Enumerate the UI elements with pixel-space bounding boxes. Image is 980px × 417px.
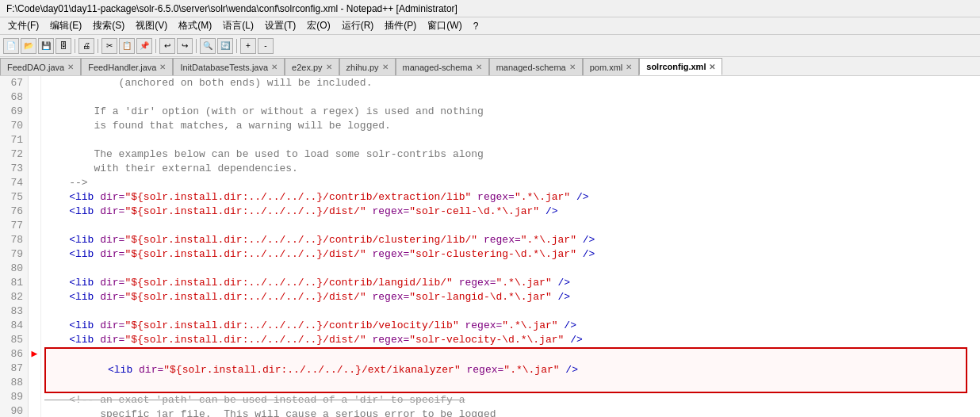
paste-button[interactable]: 📌 (136, 38, 152, 54)
close-solrconfig-icon[interactable]: ✕ (709, 63, 715, 71)
close-managed2-icon[interactable]: ✕ (569, 63, 576, 71)
new-button[interactable]: 📄 (3, 38, 19, 54)
code-text-85d: regex= (366, 333, 410, 347)
close-initdb-icon[interactable]: ✕ (271, 63, 278, 71)
code-text-71 (44, 133, 51, 147)
copy-button[interactable]: 📋 (119, 38, 135, 54)
code-line-77 (44, 219, 977, 233)
menu-window[interactable]: 窗口(W) (423, 18, 466, 33)
code-text-87: <!-- an exact 'path' can be used instead… (44, 393, 465, 407)
arrow-empty-69 (32, 105, 38, 119)
tab-managed-schema-2[interactable]: managed-schema ✕ (489, 58, 583, 75)
code-text-74: --> (44, 176, 88, 190)
code-text-82e: "solr-langid-\d.*\.jar" (409, 290, 551, 304)
line-num-82: 82 (0, 290, 23, 304)
line-num-72: 72 (0, 147, 23, 162)
arrow-empty-77 (32, 219, 38, 233)
close-e2ex-icon[interactable]: ✕ (326, 63, 332, 71)
arrow-empty-79 (32, 247, 38, 262)
save-all-button[interactable]: 🗄 (56, 38, 71, 54)
menu-search[interactable]: 搜索(S) (88, 18, 129, 33)
arrow-column: ▶ (29, 76, 41, 417)
line-num-86: 86 (0, 347, 23, 362)
close-feeddao-icon[interactable]: ✕ (67, 63, 74, 71)
tab-e2ex[interactable]: e2ex.py ✕ (285, 58, 339, 75)
zoom-in-button[interactable]: + (240, 38, 256, 54)
toolbar-sep-5 (236, 39, 237, 53)
tab-pom[interactable]: pom.xml ✕ (583, 58, 640, 75)
menu-language[interactable]: 语言(L) (218, 18, 258, 33)
arrow-86: ▶ (32, 347, 38, 362)
find-button[interactable]: 🔍 (200, 38, 216, 54)
undo-button[interactable]: ↩ (159, 38, 175, 54)
tab-feeddao[interactable]: FeedDAO.java ✕ (0, 58, 81, 75)
close-zhihu-icon[interactable]: ✕ (382, 63, 389, 71)
line-num-90: 90 (0, 404, 23, 417)
code-text-82f: /> (552, 290, 570, 304)
cut-button[interactable]: ✂ (101, 38, 117, 54)
tab-solrconfig[interactable]: solrconfig.xml ✕ (639, 58, 722, 75)
menu-file[interactable]: 文件(F) (3, 18, 44, 33)
print-button[interactable]: 🖨 (78, 38, 94, 54)
line-num-77: 77 (0, 219, 23, 233)
code-text-81b: dir= (100, 276, 124, 290)
title-text: F:\Code\day01\day11-package\solr-6.5.0\s… (6, 3, 457, 14)
code-text-84e: ".*\.jar" (502, 319, 557, 333)
code-line-67: (anchored on both ends) will be included… (44, 76, 977, 90)
code-line-71 (44, 133, 977, 147)
line-num-85: 85 (0, 333, 23, 347)
menu-format[interactable]: 格式(M) (174, 18, 216, 33)
title-bar: F:\Code\day01\day11-package\solr-6.5.0\s… (0, 0, 980, 17)
menu-settings[interactable]: 设置(T) (260, 18, 301, 33)
tab-feedhandler[interactable]: FeedHandler.java ✕ (81, 58, 173, 75)
replace-button[interactable]: 🔄 (217, 38, 233, 54)
code-text-69: If a 'dir' option (with or without a reg… (44, 105, 484, 119)
arrow-empty-90 (32, 404, 38, 417)
code-text-76a: <lib (44, 205, 100, 219)
code-text-75b: dir= (100, 190, 124, 205)
zoom-out-button[interactable]: - (258, 38, 274, 54)
menu-edit[interactable]: 编辑(E) (45, 18, 86, 33)
code-text-78b: dir= (100, 233, 124, 247)
code-text-81e: ".*\.jar" (496, 276, 552, 290)
close-pom-icon[interactable]: ✕ (626, 63, 632, 71)
tab-managed-schema-1[interactable]: managed-schema ✕ (396, 58, 489, 75)
code-text-78c: "${solr.install.dir:../../../..}/contrib… (124, 233, 477, 247)
code-text-85a: <lib (44, 333, 100, 347)
arrow-empty-76 (32, 205, 38, 219)
code-line-69: If a 'dir' option (with or without a reg… (44, 105, 977, 119)
editor: 67 68 69 70 71 72 73 74 75 76 77 78 79 8… (0, 76, 980, 417)
menu-view[interactable]: 视图(V) (131, 18, 172, 33)
menu-macro[interactable]: 宏(O) (302, 18, 335, 33)
toolbar-sep-2 (98, 39, 98, 53)
menu-run[interactable]: 运行(R) (337, 18, 379, 33)
save-button[interactable]: 💾 (38, 38, 54, 54)
open-button[interactable]: 📂 (21, 38, 36, 54)
menu-plugins[interactable]: 插件(P) (380, 18, 421, 33)
arrow-empty-75 (32, 190, 38, 205)
code-line-82: <lib dir="${solr.install.dir:../../../..… (44, 290, 977, 304)
code-text-76c: "${solr.install.dir:../../../..}/dist/" (124, 205, 366, 219)
code-line-84: <lib dir="${solr.install.dir:../../../..… (44, 319, 977, 333)
code-text-82a: <lib (44, 290, 100, 304)
code-text-82d: regex= (366, 290, 410, 304)
code-area[interactable]: (anchored on both ends) will be included… (41, 76, 980, 417)
tab-initdb[interactable]: InitDatabaseTests.java ✕ (173, 58, 285, 75)
line-num-87: 87 (0, 362, 23, 376)
code-text-85f: /> (564, 333, 582, 347)
line-num-75: 75 (0, 190, 23, 205)
code-text-78f: /> (576, 233, 595, 247)
close-feedhandler-icon[interactable]: ✕ (159, 63, 166, 71)
code-text-81c: "${solr.install.dir:../../../..}/contrib… (124, 276, 452, 290)
code-text-82b: dir= (100, 290, 124, 304)
arrow-empty-70 (32, 119, 38, 133)
line-num-84: 84 (0, 319, 23, 333)
tab-zhihu[interactable]: zhihu.py ✕ (339, 58, 396, 75)
code-text-75e: ".*\.jar" (515, 190, 570, 205)
arrow-empty-81 (32, 276, 38, 290)
redo-button[interactable]: ↪ (177, 38, 193, 54)
close-managed1-icon[interactable]: ✕ (476, 63, 482, 71)
code-line-87: <!-- an exact 'path' can be used instead… (44, 393, 977, 407)
menu-help[interactable]: ? (469, 20, 484, 33)
line-num-74: 74 (0, 176, 23, 190)
